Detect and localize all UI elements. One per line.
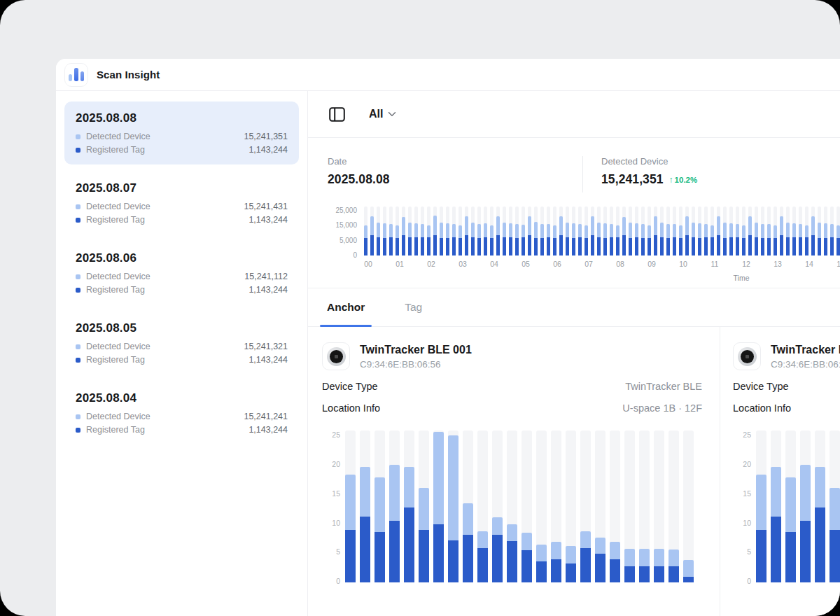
bar-registered-segment (660, 237, 664, 255)
hourly-detections-chart: 05,00015,00025,000 000102030405060708091… (328, 206, 840, 288)
sidebar-day-card[interactable]: 2025.08.06Detected Device15,241,112Regis… (64, 241, 299, 304)
x-tick-label: 09 (648, 260, 656, 268)
bar-detected-segment (419, 488, 429, 530)
bar (477, 430, 492, 582)
bar (446, 206, 452, 255)
bar-detected-segment (692, 223, 695, 238)
bar-registered-segment (616, 237, 620, 255)
bar-detected-segment (635, 223, 638, 237)
bar-detected-segment (717, 216, 720, 236)
bar-detected-segment (591, 216, 594, 236)
filter-dropdown[interactable]: All (369, 108, 396, 120)
bar (755, 206, 761, 255)
registered-value: 1,143,244 (248, 285, 288, 295)
sidebar-day-card[interactable]: 2025.08.04Detected Device15,241,241Regis… (64, 382, 299, 444)
y-tick-label: 10 (743, 519, 751, 527)
bar (622, 206, 629, 255)
bar (771, 430, 785, 582)
bar (458, 206, 465, 255)
y-tick-label: 25 (743, 430, 751, 439)
bar (668, 430, 683, 582)
bar (345, 430, 360, 582)
x-tick-label: 06 (553, 260, 561, 268)
bar (559, 206, 566, 255)
bar (666, 206, 673, 255)
scan-insight-window: Scan Insight 2025.08.08Detected Device15… (56, 59, 840, 616)
bar-registered-segment (377, 237, 380, 255)
bar-detected-segment (815, 467, 825, 507)
bar-registered-segment (522, 550, 532, 582)
bar-registered-segment (364, 238, 368, 255)
bar-registered-segment (484, 237, 487, 255)
date-value: 2025.08.08 (328, 172, 582, 187)
x-tick-label: 03 (458, 260, 467, 268)
bar-registered-segment (515, 238, 519, 255)
sidebar-day-card[interactable]: 2025.08.07Detected Device15,241,431Regis… (64, 172, 299, 234)
bar-registered-segment (595, 554, 606, 582)
bar (553, 206, 559, 255)
bar-detected-segment (370, 216, 374, 235)
sidebar-day-card[interactable]: 2025.08.05Detected Device15,241,321Regis… (64, 312, 299, 374)
bar (492, 430, 507, 582)
bar-detected-segment (389, 465, 400, 521)
location-info-value: U-space 1B · 12F (622, 402, 702, 414)
y-tick-label: 25 (332, 430, 340, 439)
bar (540, 206, 547, 255)
bar (566, 206, 572, 255)
bar (433, 206, 440, 255)
detected-value: 15,241,351 (244, 132, 288, 141)
app-header: Scan Insight (56, 59, 840, 91)
detected-label: Detected Device (86, 342, 244, 351)
bar-detected-segment (477, 531, 488, 548)
bar (580, 430, 595, 582)
tab-anchor[interactable]: Anchor (320, 288, 372, 326)
bar-registered-segment (742, 238, 746, 255)
bar-detected-segment (742, 225, 746, 238)
bar-detected-segment (534, 222, 538, 237)
bar-registered-segment (639, 566, 650, 582)
bar-detected-segment (654, 549, 664, 566)
bar-registered-segment (755, 237, 758, 255)
bar-detected-segment (668, 550, 679, 566)
x-tick-label: 15 (836, 260, 840, 268)
bar-detected-segment (624, 549, 635, 566)
detected-device-row: Detected Device15,241,431 (76, 202, 288, 211)
bar-registered-segment (729, 237, 733, 255)
bar-detected-segment (683, 560, 694, 576)
bar (584, 206, 591, 255)
y-tick-label: 15 (743, 489, 751, 498)
bar-detected-segment (404, 467, 414, 507)
bar (774, 206, 780, 255)
sidebar-day-card[interactable]: 2025.08.08Detected Device15,241,351Regis… (64, 102, 299, 164)
registered-bullet-icon (76, 218, 80, 223)
device-hourly-chart: 0510152025 (733, 430, 840, 584)
sidebar-toggle-icon[interactable] (328, 105, 346, 123)
bar (603, 206, 610, 255)
bar (496, 206, 503, 255)
registered-bullet-icon (76, 358, 80, 363)
bar-detected-segment (572, 223, 575, 238)
bar-detected-segment (566, 223, 569, 238)
bar-registered-segment (540, 238, 544, 255)
bar-detected-segment (679, 225, 682, 238)
detected-device-label: Detected Device (601, 156, 697, 167)
bar (591, 206, 597, 255)
y-tick-label: 0 (747, 577, 751, 585)
bar-registered-segment (389, 237, 393, 255)
bar (811, 206, 818, 255)
tab-tag[interactable]: Tag (398, 288, 429, 326)
registered-value: 1,143,244 (248, 145, 288, 155)
bar-detected-segment (446, 223, 449, 238)
bar-detected-segment (448, 435, 458, 540)
bar (610, 430, 624, 582)
bar (761, 206, 767, 255)
bar (534, 206, 540, 255)
bar (629, 206, 635, 255)
bar-detected-segment (578, 224, 582, 237)
bar-registered-segment (414, 237, 418, 255)
bar-registered-segment (433, 235, 437, 256)
bar (685, 206, 692, 255)
detected-bullet-icon (76, 134, 80, 139)
bar-detected-segment (345, 475, 356, 530)
device-name: TwinTracker BLE 001 (360, 344, 472, 356)
